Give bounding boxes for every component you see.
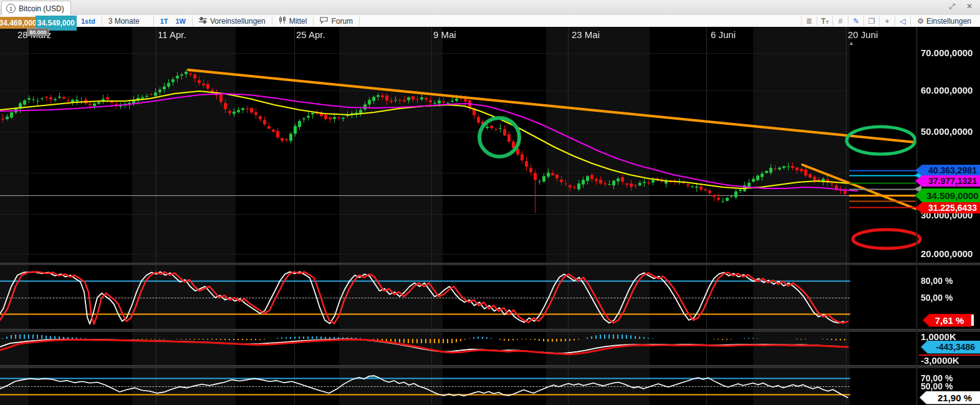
settings-label: Einstellungen	[926, 17, 971, 26]
rsi-level-label: 50,00 %	[921, 381, 953, 391]
tab-number-icon: 1	[6, 4, 16, 13]
draw-icon[interactable]: ✎	[848, 17, 863, 26]
mittel-label: Mittel	[289, 17, 307, 26]
title-bar: 1 Bitcoin (USD) ⤢ ✕	[0, 0, 980, 16]
stochastic-level-label: 50,00 %	[921, 293, 953, 303]
sliders-icon	[199, 17, 207, 26]
timeframe-1w-button[interactable]: 1W	[174, 15, 192, 27]
presets-button[interactable]: Voreinstellungen	[193, 15, 272, 27]
timeframe-1t-button[interactable]: 1T	[154, 15, 175, 27]
presets-label: Voreinstellungen	[210, 17, 266, 26]
forum-label: Forum	[331, 17, 353, 26]
text-tool-icon[interactable]: TT	[817, 17, 832, 26]
y-axis-price-label: 50.000,0000	[921, 126, 973, 137]
x-axis-date-label: 9 Mai	[433, 29, 456, 40]
crosshair-icon[interactable]: ⌖	[880, 17, 895, 26]
range-3monate-button[interactable]: 3 Monate	[102, 15, 153, 27]
x-axis-date-label: 11 Apr.	[158, 29, 186, 40]
volume-tag: 80.000	[27, 28, 49, 36]
price-axis-badge: 37.977,1321	[915, 175, 980, 187]
x-axis-date-label: 23 Mai	[572, 29, 600, 40]
rsi-value-badge: 21,90 %	[920, 391, 980, 404]
gear-icon: ⚙	[917, 17, 924, 26]
close-window-icon[interactable]: ✕	[966, 2, 973, 11]
chart-application-window: 1 Bitcoin (USD) ⤢ ✕ 1std 3 Monate 1T 1W …	[0, 0, 980, 405]
main-chart-canvas[interactable]	[0, 27, 980, 405]
bid-price-tag[interactable]: 34.469,000	[0, 17, 36, 29]
y-axis-price-label: 70.000,0000	[921, 47, 973, 58]
price-axis-badge: 40.363,2981	[915, 165, 980, 176]
x-axis-date-label: 6 Juni	[711, 29, 736, 40]
chart-toolbar: 1std 3 Monate 1T 1W Voreinstellungen Mit…	[0, 15, 980, 27]
x-axis-date-label: 20 Juni	[848, 29, 878, 40]
price-axis-badge: 34.509,0000	[915, 188, 980, 202]
settings-button[interactable]: ⚙ Einstellungen	[911, 15, 978, 27]
y-axis-price-label: 60.000,0000	[921, 85, 973, 95]
stochastic-value-badge: 7,61 %	[923, 314, 971, 327]
macd-value-badge: -443,3486	[921, 341, 980, 354]
y-axis-price-label: 20.000,0000	[921, 248, 973, 259]
grid-icon[interactable]: #	[833, 17, 848, 26]
x-axis-date-label: 25 Apr.	[296, 29, 325, 40]
mittel-button[interactable]: Mittel	[272, 15, 314, 27]
price-axis-badge: 31.225,6433	[915, 202, 980, 213]
report-icon[interactable]: 🗏	[802, 17, 817, 26]
speech-bubble-icon	[320, 17, 328, 26]
macd-axis-label: -3,0000K	[921, 355, 959, 366]
timeframe-1std-button[interactable]: 1std	[75, 15, 102, 27]
cursor-icon[interactable]: ◁	[895, 17, 910, 26]
layers-icon[interactable]: ❐	[864, 17, 879, 26]
stochastic-level-label: 80,00 %	[921, 276, 953, 286]
macd-axis-label: 1,0000K	[921, 331, 956, 342]
candlestick-icon	[279, 16, 286, 26]
restore-window-icon[interactable]: ⤢	[949, 2, 955, 11]
forum-button[interactable]: Forum	[314, 15, 359, 27]
tab-title: Bitcoin (USD)	[19, 4, 64, 13]
tab-bitcoin-usd[interactable]: 1 Bitcoin (USD)	[1, 1, 71, 16]
scroll-end-marker-icon[interactable]: ▲	[848, 40, 854, 46]
